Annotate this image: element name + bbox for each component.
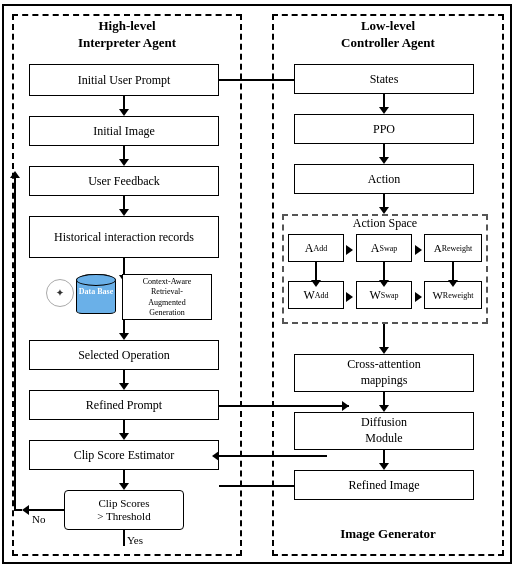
arrow-action-to-space bbox=[383, 194, 385, 208]
arrow-a-to-w-swap bbox=[383, 262, 385, 281]
openai-logo: ✦ bbox=[46, 279, 74, 307]
arrowhead-aw-add bbox=[311, 280, 321, 287]
arrowhead-aw-swap bbox=[379, 280, 389, 287]
arrowhead-r4 bbox=[379, 347, 389, 354]
arrowhead-5 bbox=[119, 333, 129, 340]
clip-estimator-box: Clip Score Estimator bbox=[29, 440, 219, 470]
states-box: States bbox=[294, 64, 474, 94]
a-add-box: AAdd bbox=[288, 234, 344, 262]
label-no: No bbox=[32, 513, 45, 525]
arrowhead-to-clip bbox=[212, 451, 219, 461]
left-title: High-level Interpreter Agent bbox=[12, 18, 242, 52]
ppo-box: PPO bbox=[294, 114, 474, 144]
arrowhead-no bbox=[22, 505, 29, 515]
arrowhead-w-add-swap bbox=[346, 292, 353, 302]
arrow-a-to-w-reweight bbox=[452, 262, 454, 281]
a-reweight-box: AReweight bbox=[424, 234, 482, 262]
context-box: Context-Aware Retrieval- Augmented Gener… bbox=[122, 274, 212, 320]
arrow-refined-img-h-to-clip bbox=[219, 485, 294, 487]
cross-attention-box: Cross-attentionmappings bbox=[294, 354, 474, 392]
label-yes: Yes bbox=[127, 534, 143, 546]
arrow-refined-to-clip bbox=[123, 420, 125, 434]
database-icon: Data Base bbox=[76, 274, 116, 312]
arrowhead-a-swap-reweight bbox=[415, 245, 422, 255]
arrowhead-6 bbox=[119, 383, 129, 390]
clip-decision-box: Clip Scores> Threshold bbox=[64, 490, 184, 530]
arrow-ppo-to-action bbox=[383, 144, 385, 158]
image-generator-label: Image Generator bbox=[272, 526, 504, 543]
arrowhead-r5 bbox=[379, 405, 389, 412]
arrow-refined-image-to-clip-h bbox=[219, 455, 327, 457]
user-feedback-box: User Feedback bbox=[29, 166, 219, 196]
arrowhead-w-swap-reweight bbox=[415, 292, 422, 302]
arrow-a-to-w-add bbox=[315, 262, 317, 281]
arrow-selected-to-refined bbox=[123, 370, 125, 384]
arrowhead-loop-up bbox=[10, 171, 20, 178]
arrow-refined-to-cross-h bbox=[219, 405, 349, 407]
arrowhead-8 bbox=[119, 483, 129, 490]
refined-prompt-box: Refined Prompt bbox=[29, 390, 219, 420]
arrowhead-r1 bbox=[379, 107, 389, 114]
action-box: Action bbox=[294, 164, 474, 194]
refined-image-box: Refined Image bbox=[294, 470, 474, 500]
arrowhead-r2 bbox=[379, 157, 389, 164]
arrowhead-to-cross bbox=[342, 401, 349, 411]
arrowhead-r3 bbox=[379, 207, 389, 214]
arrowhead-aw-reweight bbox=[448, 280, 458, 287]
initial-image-box: Initial Image bbox=[29, 116, 219, 146]
arrowhead-a-add-swap bbox=[346, 245, 353, 255]
arrow-yes-v bbox=[123, 530, 125, 546]
initial-prompt-box: Initial User Prompt bbox=[29, 64, 219, 96]
arrow-prompt-to-image bbox=[123, 96, 125, 110]
diagram: High-level Interpreter Agent Low-levelCo… bbox=[2, 4, 512, 564]
selected-op-box: Selected Operation bbox=[29, 340, 219, 370]
a-swap-box: ASwap bbox=[356, 234, 412, 262]
arrow-space-to-cross bbox=[383, 324, 385, 348]
arrow-feedback-to-hist bbox=[123, 196, 125, 210]
arrow-states-to-ppo bbox=[383, 94, 385, 108]
arrowhead-3 bbox=[119, 209, 129, 216]
arrow-image-to-feedback bbox=[123, 146, 125, 160]
arrow-clip-to-decision bbox=[123, 470, 125, 484]
arrow-feedback-loop-v bbox=[14, 176, 16, 511]
right-title: Low-levelController Agent bbox=[272, 18, 504, 52]
arrow-no-h bbox=[29, 509, 64, 511]
arrow-no-left-v-connect bbox=[14, 509, 22, 511]
diffusion-box: DiffusionModule bbox=[294, 412, 474, 450]
action-space-label: Action Space bbox=[282, 216, 488, 231]
arrowhead-1 bbox=[119, 109, 129, 116]
historical-box: Historical interaction records bbox=[29, 216, 219, 258]
arrowhead-7 bbox=[119, 433, 129, 440]
arrow-icons-to-selected bbox=[123, 320, 125, 334]
arrow-cross-to-diffusion bbox=[383, 392, 385, 406]
arrowhead-r6 bbox=[379, 463, 389, 470]
arrow-diffusion-to-refined bbox=[383, 450, 385, 464]
arrowhead-2 bbox=[119, 159, 129, 166]
